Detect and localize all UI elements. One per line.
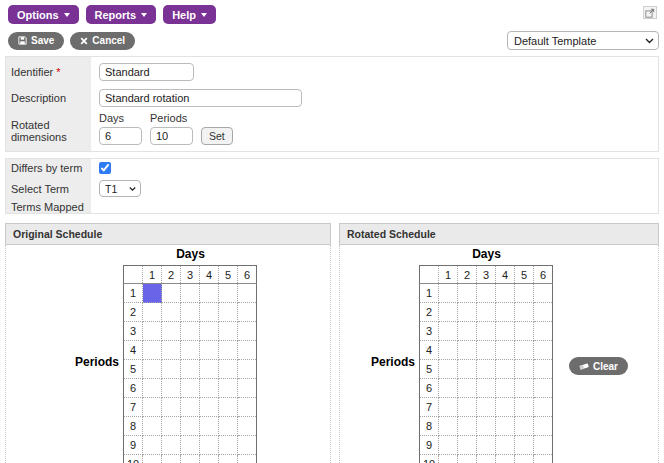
schedule-cell[interactable] [515,303,534,322]
identifier-input[interactable] [99,63,194,81]
schedule-cell[interactable] [238,284,257,303]
schedule-cell[interactable] [534,322,553,341]
schedule-cell[interactable] [238,360,257,379]
schedule-cell[interactable] [181,341,200,360]
open-new-window-button[interactable] [643,6,657,19]
schedule-cell[interactable] [143,379,162,398]
schedule-cell[interactable] [143,303,162,322]
schedule-cell[interactable] [458,455,477,463]
schedule-cell[interactable] [238,379,257,398]
schedule-cell[interactable] [496,284,515,303]
schedule-cell[interactable] [534,398,553,417]
schedule-cell[interactable] [458,436,477,455]
schedule-cell[interactable] [200,436,219,455]
schedule-cell[interactable] [181,436,200,455]
schedule-cell[interactable] [534,303,553,322]
days-input[interactable] [99,127,142,145]
schedule-cell[interactable] [534,417,553,436]
schedule-cell[interactable] [162,322,181,341]
schedule-cell[interactable] [219,417,238,436]
schedule-cell[interactable] [496,417,515,436]
schedule-cell[interactable] [200,398,219,417]
schedule-cell[interactable] [238,436,257,455]
schedule-cell[interactable] [496,455,515,463]
schedule-cell[interactable] [477,284,496,303]
schedule-cell[interactable] [181,379,200,398]
template-select[interactable]: Default Template [507,31,659,50]
schedule-cell[interactable] [477,379,496,398]
schedule-cell[interactable] [181,398,200,417]
schedule-cell[interactable] [200,341,219,360]
schedule-cell[interactable] [515,455,534,463]
schedule-cell[interactable] [200,455,219,463]
schedule-cell[interactable] [238,322,257,341]
periods-input[interactable] [150,127,193,145]
description-input[interactable] [99,89,302,107]
schedule-cell[interactable] [496,398,515,417]
schedule-cell[interactable] [200,303,219,322]
set-button[interactable]: Set [201,127,233,145]
schedule-cell[interactable] [439,436,458,455]
schedule-cell[interactable] [515,322,534,341]
schedule-cell[interactable] [496,379,515,398]
schedule-cell[interactable] [200,360,219,379]
schedule-cell[interactable] [219,284,238,303]
schedule-cell[interactable] [477,360,496,379]
schedule-cell[interactable] [143,322,162,341]
schedule-cell[interactable] [238,417,257,436]
schedule-cell[interactable] [515,284,534,303]
schedule-cell[interactable] [219,341,238,360]
schedule-cell[interactable] [219,303,238,322]
schedule-cell[interactable] [534,379,553,398]
cancel-button[interactable]: Cancel [70,32,135,50]
save-button[interactable]: Save [8,32,64,50]
schedule-cell[interactable] [162,379,181,398]
clear-button[interactable]: Clear [569,357,628,375]
schedule-cell[interactable] [439,341,458,360]
schedule-cell[interactable] [534,360,553,379]
schedule-cell[interactable] [162,303,181,322]
schedule-cell[interactable] [534,436,553,455]
schedule-cell[interactable] [219,436,238,455]
schedule-cell[interactable] [496,360,515,379]
schedule-cell[interactable] [143,341,162,360]
schedule-cell[interactable] [477,455,496,463]
schedule-cell[interactable] [238,303,257,322]
schedule-cell[interactable] [534,455,553,463]
schedule-cell[interactable] [439,417,458,436]
schedule-cell[interactable] [219,379,238,398]
schedule-cell[interactable] [477,322,496,341]
differs-by-term-checkbox[interactable] [99,162,111,174]
help-menu-button[interactable]: Help [163,5,216,24]
term-select[interactable]: T1 [99,180,141,197]
schedule-cell[interactable] [200,322,219,341]
schedule-cell[interactable] [477,417,496,436]
schedule-cell[interactable] [515,341,534,360]
schedule-cell[interactable] [162,436,181,455]
schedule-cell[interactable] [219,398,238,417]
schedule-cell[interactable] [143,455,162,463]
schedule-cell[interactable] [439,398,458,417]
schedule-cell[interactable] [181,322,200,341]
schedule-cell[interactable] [143,398,162,417]
schedule-cell[interactable] [515,379,534,398]
schedule-cell[interactable] [439,379,458,398]
schedule-cell[interactable] [496,303,515,322]
schedule-cell[interactable] [162,341,181,360]
schedule-cell[interactable] [162,360,181,379]
schedule-cell[interactable] [181,303,200,322]
schedule-cell[interactable] [162,284,181,303]
schedule-cell[interactable] [496,341,515,360]
schedule-cell[interactable] [477,398,496,417]
schedule-cell[interactable] [477,341,496,360]
schedule-cell[interactable] [458,322,477,341]
schedule-cell[interactable] [143,436,162,455]
schedule-cell[interactable] [238,398,257,417]
schedule-cell[interactable] [439,284,458,303]
schedule-cell[interactable] [534,341,553,360]
schedule-cell[interactable] [219,455,238,463]
schedule-cell[interactable] [219,322,238,341]
schedule-cell[interactable] [200,284,219,303]
schedule-cell[interactable] [477,303,496,322]
schedule-cell[interactable] [515,360,534,379]
